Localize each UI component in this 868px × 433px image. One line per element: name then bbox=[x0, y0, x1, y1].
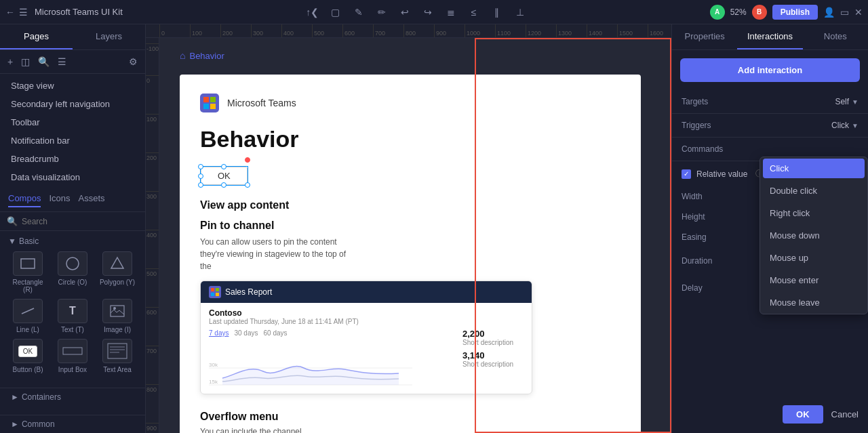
settings-icon[interactable]: ⚙ bbox=[127, 54, 140, 69]
frame-tool[interactable]: ▢ bbox=[327, 3, 344, 21]
polygon-label: Polygon (Y) bbox=[100, 279, 135, 286]
move-tool[interactable]: ↑❮ bbox=[304, 3, 321, 21]
dropdown-item-double-click[interactable]: Double click bbox=[760, 180, 867, 202]
btn-textarea[interactable]: Text Area bbox=[98, 339, 137, 373]
v-mark-800: 800 bbox=[146, 384, 159, 394]
line-label: Line (L) bbox=[16, 326, 39, 333]
topbar-center: ↑❮ ▢ ✎ ✏ ↩ ↪ ≣ ≤ ∥ ⊥ bbox=[128, 3, 705, 21]
triggers-dropdown[interactable]: Click Double click Right click Mouse dow… bbox=[760, 157, 868, 314]
back-icon[interactable]: ← bbox=[5, 7, 15, 18]
tab-properties[interactable]: Properties bbox=[672, 24, 737, 49]
triggers-label: Triggers bbox=[682, 121, 711, 130]
ok-button[interactable]: OK bbox=[783, 405, 823, 424]
align-top-tool[interactable]: ∥ bbox=[488, 3, 506, 21]
page-stage-view[interactable]: Stage view bbox=[0, 77, 145, 95]
compo-tab-assets[interactable]: Assets bbox=[79, 193, 105, 207]
stat-2: 3,140 Short description bbox=[462, 350, 524, 368]
tab-notes[interactable]: Notes bbox=[803, 24, 868, 49]
align-left-tool[interactable]: ≣ bbox=[442, 3, 460, 21]
zoom-level[interactable]: 52% bbox=[730, 7, 747, 17]
share-icon[interactable]: 👤 bbox=[823, 7, 835, 18]
svg-marker-2 bbox=[111, 257, 123, 268]
canvas-content[interactable]: ⌂ Behavior Microsoft Teams Behavior OK bbox=[159, 38, 671, 433]
collapse-icon[interactable]: ▼ bbox=[8, 236, 16, 246]
list-icon[interactable]: ☰ bbox=[56, 54, 68, 69]
align-right-tool[interactable]: ≤ bbox=[465, 3, 483, 21]
cancel-button[interactable]: Cancel bbox=[831, 405, 859, 424]
days-7[interactable]: 7 days bbox=[209, 329, 229, 337]
v-mark-100: -100 bbox=[146, 43, 159, 54]
search-row: 🔍 bbox=[0, 212, 145, 231]
home-icon[interactable]: ⌂ bbox=[180, 50, 185, 61]
chart-container: 30k 15k bbox=[209, 341, 452, 388]
btn-input[interactable]: Input Box bbox=[53, 339, 92, 373]
dropdown-item-mouse-enter[interactable]: Mouse enter bbox=[760, 269, 867, 291]
search-icon[interactable]: 🔍 bbox=[36, 54, 52, 69]
redo-tool[interactable]: ↪ bbox=[419, 3, 437, 21]
checkbox-relative[interactable]: ✓ bbox=[682, 169, 691, 179]
v-mark-0: 0 bbox=[146, 75, 159, 85]
selected-element[interactable]: OK bbox=[200, 166, 248, 186]
page-secondary-nav[interactable]: Secondary left navigation bbox=[0, 95, 145, 113]
search-input[interactable] bbox=[22, 217, 138, 226]
triggers-arrow: ▼ bbox=[852, 122, 859, 129]
add-interaction-button[interactable]: Add interaction bbox=[680, 58, 860, 82]
targets-value[interactable]: Self ▼ bbox=[835, 97, 859, 106]
overflow-desc: You can include the channel bbox=[200, 427, 620, 433]
svg-point-5 bbox=[113, 307, 116, 310]
dropdown-item-right-click[interactable]: Right click bbox=[760, 202, 867, 224]
handle-bl bbox=[198, 182, 203, 188]
tool-text[interactable]: T Text (T) bbox=[53, 299, 92, 333]
add-page-icon[interactable]: + bbox=[5, 54, 15, 69]
v-mark-300: 300 bbox=[146, 191, 159, 201]
triggers-value[interactable]: Click ▼ bbox=[831, 121, 859, 130]
days-60[interactable]: 60 days bbox=[264, 329, 288, 337]
window-icon[interactable]: ▭ bbox=[840, 7, 849, 18]
align-bottom-tool[interactable]: ⊥ bbox=[511, 3, 529, 21]
shape-rectangle[interactable]: Rectangle (R) bbox=[8, 251, 47, 293]
publish-button[interactable]: Publish bbox=[772, 5, 818, 20]
handle-br bbox=[245, 182, 250, 188]
canvas-area: 0 100 200 300 400 500 600 700 800 900 10… bbox=[146, 24, 671, 433]
ms-name: Microsoft Teams bbox=[227, 98, 296, 108]
page-notification[interactable]: Notification bar bbox=[0, 131, 145, 150]
page-data-viz[interactable]: Data visualization bbox=[0, 168, 145, 186]
stat-value-2: 3,140 bbox=[462, 350, 524, 360]
menu-icon[interactable]: ☰ bbox=[19, 7, 28, 18]
grid-icon[interactable]: ◫ bbox=[19, 54, 32, 69]
dropdown-item-mouse-leave[interactable]: Mouse leave bbox=[760, 291, 867, 314]
page-breadcrumb[interactable]: Breadcrumb bbox=[0, 150, 145, 168]
polygon-icon bbox=[102, 251, 132, 276]
compo-tab-compos[interactable]: Compos bbox=[8, 193, 41, 207]
card-logo bbox=[209, 286, 221, 298]
pen-tool[interactable]: ✎ bbox=[350, 3, 368, 21]
days-30[interactable]: 30 days bbox=[234, 329, 258, 337]
containers-section[interactable]: ► Containers bbox=[0, 388, 145, 406]
tab-interactions[interactable]: Interactions bbox=[737, 24, 802, 49]
compo-tab-icons[interactable]: Icons bbox=[49, 193, 70, 207]
circle-label: Circle (O) bbox=[58, 279, 87, 286]
svg-text:15k: 15k bbox=[209, 379, 218, 385]
tool-image[interactable]: Image (I) bbox=[98, 299, 137, 333]
dropdown-item-click[interactable]: Click bbox=[763, 159, 865, 178]
tool-line[interactable]: Line (L) bbox=[8, 299, 47, 333]
tab-layers[interactable]: Layers bbox=[73, 24, 145, 49]
compo-tabs: Compos Icons Assets bbox=[0, 189, 145, 212]
close-icon[interactable]: ✕ bbox=[854, 7, 863, 18]
pencil-tool[interactable]: ✏ bbox=[373, 3, 391, 21]
shape-polygon[interactable]: Polygon (Y) bbox=[98, 251, 137, 293]
easing-label: Easing bbox=[682, 232, 707, 242]
common-section[interactable]: ► Common bbox=[0, 415, 145, 433]
ruler-mark-600: 600 bbox=[342, 24, 373, 38]
dropdown-item-mouse-down[interactable]: Mouse down bbox=[760, 224, 867, 247]
topbar-left: ← ☰ Microsoft Teams UI Kit bbox=[5, 7, 123, 18]
v-mark-600: 600 bbox=[146, 307, 159, 317]
undo-tool[interactable]: ↩ bbox=[396, 3, 414, 21]
tab-pages[interactable]: Pages bbox=[0, 24, 73, 49]
common-collapse-icon: ► bbox=[11, 419, 19, 429]
shape-circle[interactable]: Circle (O) bbox=[53, 251, 92, 293]
dropdown-item-mouse-up[interactable]: Mouse up bbox=[760, 247, 867, 269]
btn-button[interactable]: OK Button (B) bbox=[8, 339, 47, 373]
image-label: Image (I) bbox=[104, 326, 131, 333]
page-toolbar[interactable]: Toolbar bbox=[0, 113, 145, 131]
